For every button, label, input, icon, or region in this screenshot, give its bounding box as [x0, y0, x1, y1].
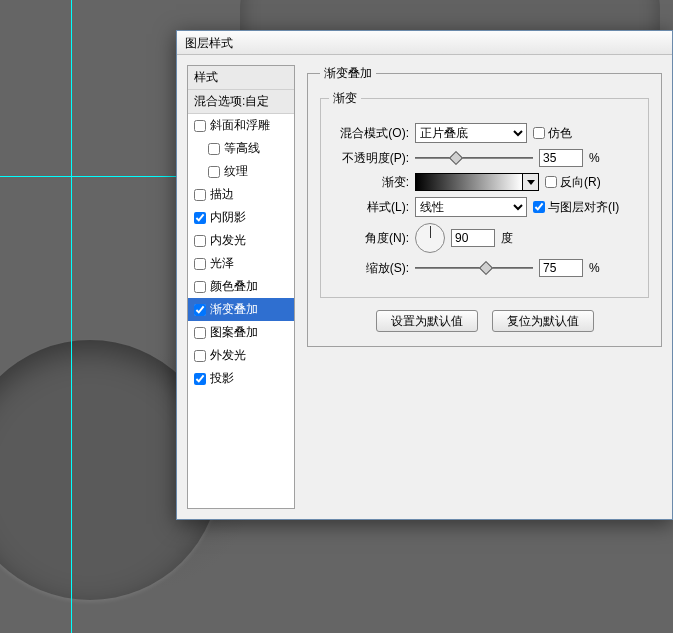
style-label: 内发光 — [210, 232, 246, 249]
blend-mode-label: 混合模式(O): — [329, 125, 409, 142]
gradient-subgroup: 渐变 混合模式(O): 正片叠底 仿色 不透明度(P): — [320, 90, 649, 298]
style-label: 图案叠加 — [210, 324, 258, 341]
style-label: 投影 — [210, 370, 234, 387]
style-row-0[interactable]: 斜面和浮雕 — [188, 114, 294, 137]
scale-slider[interactable] — [415, 261, 533, 275]
style-select[interactable]: 线性 — [415, 197, 527, 217]
style-row-9[interactable]: 图案叠加 — [188, 321, 294, 344]
style-row-7[interactable]: 颜色叠加 — [188, 275, 294, 298]
reset-default-button[interactable]: 复位为默认值 — [492, 310, 594, 332]
blend-options-label: 混合选项:自定 — [194, 93, 269, 110]
angle-dial[interactable] — [415, 223, 445, 253]
blend-mode-select[interactable]: 正片叠底 — [415, 123, 527, 143]
style-checkbox[interactable] — [194, 350, 206, 362]
style-row-3[interactable]: 描边 — [188, 183, 294, 206]
style-row-11[interactable]: 投影 — [188, 367, 294, 390]
align-checkbox[interactable]: 与图层对齐(I) — [533, 199, 619, 216]
style-checkbox[interactable] — [194, 212, 206, 224]
angle-label: 角度(N): — [329, 230, 409, 247]
style-checkbox[interactable] — [194, 120, 206, 132]
reverse-label: 反向(R) — [560, 174, 601, 191]
gradient-overlay-group: 渐变叠加 渐变 混合模式(O): 正片叠底 仿色 不透 — [307, 65, 662, 347]
opacity-input[interactable] — [539, 149, 583, 167]
dither-checkbox[interactable]: 仿色 — [533, 125, 572, 142]
reverse-input[interactable] — [545, 176, 557, 188]
blend-options-row[interactable]: 混合选项:自定 — [188, 90, 294, 114]
style-checkbox[interactable] — [194, 373, 206, 385]
styles-list: 样式 混合选项:自定 斜面和浮雕等高线纹理描边内阴影内发光光泽颜色叠加渐变叠加图… — [187, 65, 295, 509]
style-label: 纹理 — [224, 163, 248, 180]
style-row-5[interactable]: 内发光 — [188, 229, 294, 252]
style-row-1[interactable]: 等高线 — [188, 137, 294, 160]
dither-label: 仿色 — [548, 125, 572, 142]
opacity-label: 不透明度(P): — [329, 150, 409, 167]
style-label: 内阴影 — [210, 209, 246, 226]
style-label: 颜色叠加 — [210, 278, 258, 295]
align-label: 与图层对齐(I) — [548, 199, 619, 216]
scale-input[interactable] — [539, 259, 583, 277]
styles-header: 样式 — [188, 66, 294, 90]
gradient-dropdown[interactable] — [523, 173, 539, 191]
dialog-title: 图层样式 — [185, 36, 233, 50]
style-checkbox[interactable] — [194, 258, 206, 270]
chevron-down-icon — [527, 180, 535, 185]
style-label: 光泽 — [210, 255, 234, 272]
style-checkbox[interactable] — [194, 327, 206, 339]
settings-panel: 渐变叠加 渐变 混合模式(O): 正片叠底 仿色 不透 — [307, 65, 672, 509]
style-row-8[interactable]: 渐变叠加 — [188, 298, 294, 321]
style-checkbox[interactable] — [194, 235, 206, 247]
set-default-button[interactable]: 设置为默认值 — [376, 310, 478, 332]
style-checkbox[interactable] — [194, 304, 206, 316]
gradient-label: 渐变: — [329, 174, 409, 191]
style-label: 描边 — [210, 186, 234, 203]
style-row-2[interactable]: 纹理 — [188, 160, 294, 183]
style-label: 斜面和浮雕 — [210, 117, 270, 134]
align-input[interactable] — [533, 201, 545, 213]
angle-unit: 度 — [501, 230, 513, 247]
style-row-6[interactable]: 光泽 — [188, 252, 294, 275]
scale-unit: % — [589, 261, 600, 275]
sub-title: 渐变 — [329, 90, 361, 107]
style-checkbox[interactable] — [194, 189, 206, 201]
style-row-10[interactable]: 外发光 — [188, 344, 294, 367]
style-checkbox[interactable] — [208, 166, 220, 178]
scale-label: 缩放(S): — [329, 260, 409, 277]
layer-style-dialog: 图层样式 样式 混合选项:自定 斜面和浮雕等高线纹理描边内阴影内发光光泽颜色叠加… — [176, 30, 673, 520]
style-label: 等高线 — [224, 140, 260, 157]
opacity-slider[interactable] — [415, 151, 533, 165]
dither-input[interactable] — [533, 127, 545, 139]
gradient-swatch[interactable] — [415, 173, 523, 191]
guide-vertical — [71, 0, 72, 633]
style-row-4[interactable]: 内阴影 — [188, 206, 294, 229]
dialog-titlebar[interactable]: 图层样式 — [177, 31, 672, 55]
style-label: 样式(L): — [329, 199, 409, 216]
angle-input[interactable] — [451, 229, 495, 247]
style-label: 渐变叠加 — [210, 301, 258, 318]
style-checkbox[interactable] — [194, 281, 206, 293]
group-title: 渐变叠加 — [320, 65, 376, 82]
opacity-unit: % — [589, 151, 600, 165]
reverse-checkbox[interactable]: 反向(R) — [545, 174, 601, 191]
style-label: 外发光 — [210, 347, 246, 364]
style-checkbox[interactable] — [208, 143, 220, 155]
